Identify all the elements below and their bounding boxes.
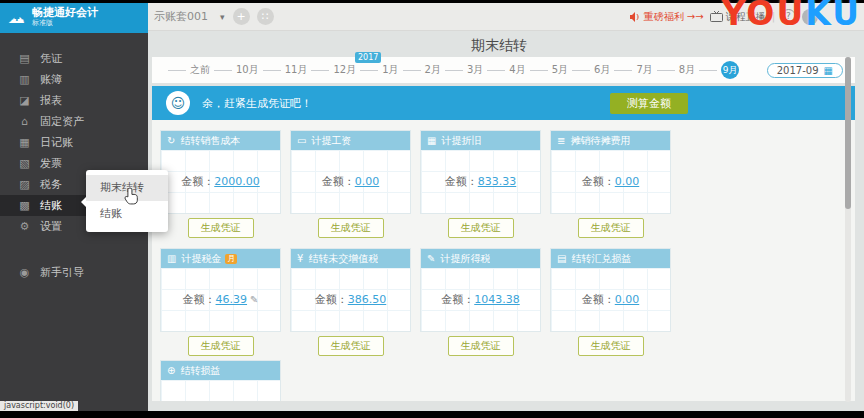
amount-value-link[interactable]: 0.00 [355,175,380,188]
timeline-item-sep-selected[interactable]: 9月 [695,61,739,79]
browser-status-text: javascript:void(0) [0,401,78,411]
promo-link[interactable]: 重磅福利 →→ [629,10,704,24]
generate-voucher-button[interactable]: 生成凭证 [578,218,644,238]
sidebar-item-label: 日记账 [40,135,73,150]
course-live-label: 课程直播 [726,10,766,24]
card-title: 计提工资 [311,134,351,148]
sidebar-item-label: 账簿 [40,72,62,87]
amount-value-link[interactable]: 386.50 [348,293,387,306]
app-edition: 标准版 [32,18,98,29]
sidebar-item-label: 新手引导 [40,265,84,280]
amount-label: 金额： [582,292,615,307]
year-badge: 2017 [355,52,381,63]
topbar: 示账套001 ▾ + ∷ 重磅福利 →→ 课程直播 | ? [148,3,864,31]
amount-value-link[interactable]: 0.00 [615,293,640,306]
scrollbar-track[interactable] [845,57,851,402]
exchange-gain-loss-icon: ▤ [557,253,566,264]
sidebar-item-fixed-assets[interactable]: ⌂固定资产 [0,111,148,132]
app-title: 畅捷通好会计 [32,7,98,18]
topbar-right: 重磅福利 →→ 课程直播 | ? [629,3,818,30]
account-set-selector[interactable]: 示账套001 [154,9,208,24]
amount-label: 金额： [582,174,615,189]
journal-icon: ▦ [18,136,31,149]
mascot-avatar-icon: ☺ [166,91,190,115]
sidebar-item-ledger[interactable]: ▥账簿 [0,69,148,90]
timeline-item-mar[interactable]: 3月 [441,63,483,77]
amount-label: 金额： [441,292,474,307]
sidebar-item-label: 发票 [40,156,62,171]
generate-voucher-button[interactable]: 生成凭证 [318,218,384,238]
amount-value-link[interactable]: 1043.38 [474,293,520,306]
edit-amount-icon[interactable]: ✎ [250,294,258,305]
generate-voucher-button[interactable]: 生成凭证 [318,336,384,356]
course-live-link[interactable]: 课程直播 [710,10,766,24]
report-icon: ◪ [18,94,31,107]
timeline-item-apr[interactable]: 4月 [483,63,525,77]
sidebar-item-label: 凭证 [40,51,62,66]
amount-value-link[interactable]: 0.00 [615,175,640,188]
amount-value-link[interactable]: 2000.00 [214,175,260,188]
generate-voucher-button[interactable]: 生成凭证 [448,218,514,238]
timeline-item-dec[interactable]: 12月 [307,63,356,77]
generate-voucher-button[interactable]: 生成凭证 [188,218,254,238]
amortize-expenses-icon: ≣ [557,135,565,146]
timeline-item-jun[interactable]: 6月 [568,63,610,77]
amount-label: 金额： [445,174,478,189]
amount-label: 金额： [181,174,214,189]
divider: | [772,11,775,22]
card-title: 计提税金 [181,252,221,266]
cards-row-3: ⊕结转损益 [160,360,281,401]
amount-value-link[interactable]: 46.39 [216,293,248,306]
timeline-item-nov[interactable]: 11月 [259,63,308,77]
apps-grid-button[interactable]: ∷ [257,8,274,25]
generate-voucher-button[interactable]: 生成凭证 [448,336,514,356]
ledger-icon: ▥ [18,73,31,86]
accrue-tax-icon: ▥ [167,253,176,264]
gear-icon: ⚙ [18,220,31,233]
card-title: 结转损益 [180,364,220,378]
amount-label: 金额： [183,292,216,307]
banner-message: 余，赶紧生成凭证吧！ [202,96,312,111]
card-title: 结转未交增值税 [308,252,378,266]
card-accrue-income-tax: ✎计提所得税 金额：1043.38 生成凭证 [420,248,541,356]
amount-label: 金额： [315,292,348,307]
speaker-icon [629,11,641,23]
closing-icon: ▩ [18,199,31,212]
accrue-wages-icon: ▭ [297,135,306,146]
date-picker[interactable]: 2017-09 ▦ [767,63,843,78]
help-icon[interactable]: ? [781,9,796,24]
amount-value-link[interactable]: 833.33 [478,175,517,188]
timeline-item-jul[interactable]: 7月 [610,63,652,77]
card-carry-forward-sales-cost: ↻结转销售成本 金额：2000.00 生成凭证 [160,130,281,238]
month-badge: 月 [225,254,237,264]
card-title: 计提所得税 [440,252,490,266]
sidebar-item-voucher[interactable]: ▤凭证 [0,48,148,69]
month-timeline: 2017 之前 10月 11月 12月 1月 2月 3月 4月 5月 6月 7月… [152,57,855,83]
guide-icon: ◉ [18,266,31,279]
carry-forward-pl-icon: ⊕ [167,365,175,376]
sidebar-item-label: 税务 [40,177,62,192]
generate-voucher-button[interactable]: 生成凭证 [188,336,254,356]
timeline-item-oct[interactable]: 10月 [210,63,259,77]
add-account-button[interactable]: + [233,8,250,25]
sidebar-item-beginner-guide[interactable]: ◉新手引导 [0,262,148,283]
generate-voucher-button[interactable]: 生成凭证 [578,336,644,356]
user-avatar[interactable] [802,9,818,25]
timeline-item-before[interactable]: 之前 [164,63,210,77]
timeline-item-may[interactable]: 5月 [526,63,568,77]
chevron-down-icon[interactable]: ▾ [220,12,225,22]
cloud-yen-logo-icon: ☁ ¥ [8,8,28,28]
timeline-item-feb[interactable]: 2月 [399,63,441,77]
timeline-item-jan[interactable]: 1月 [356,63,398,77]
carry-forward-cost-icon: ↻ [167,135,175,146]
invoice-icon: ▧ [18,157,31,170]
sidebar-item-journal[interactable]: ▦日记账 [0,132,148,153]
calculate-amount-button[interactable]: 测算金额 [610,93,688,114]
timeline-item-aug[interactable]: 8月 [653,63,695,77]
tv-icon [710,11,723,22]
sidebar-item-reports[interactable]: ◪报表 [0,90,148,111]
card-accrue-wages: ▭计提工资 金额：0.00 生成凭证 [290,130,411,238]
tax-icon: ▨ [18,178,31,191]
scrollbar-thumb[interactable] [845,57,851,209]
hand-cursor-icon [124,187,139,205]
